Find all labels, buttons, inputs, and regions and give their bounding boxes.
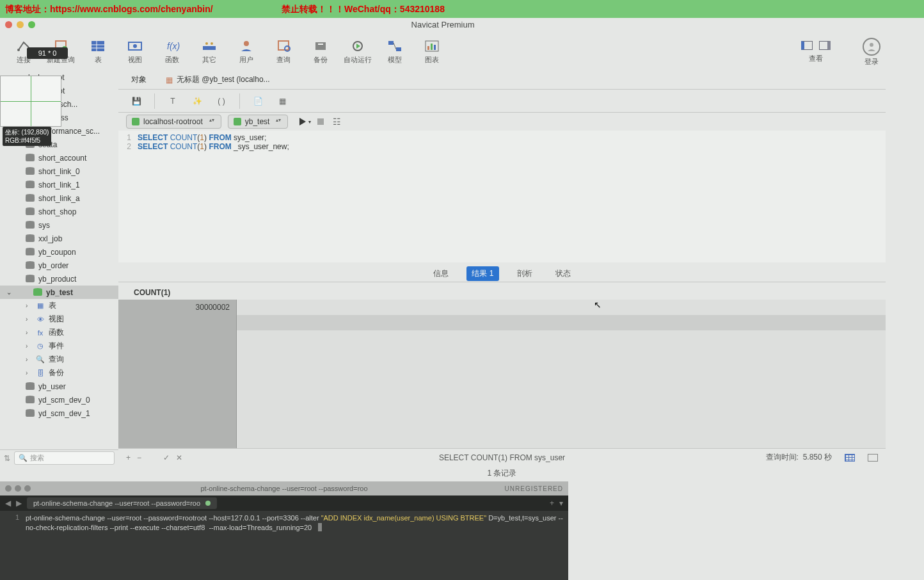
filter-icon[interactable]: ⇅ (4, 454, 10, 463)
sidebar-item-yd_scm_dev_1[interactable]: yd_scm_dev_1 (0, 407, 118, 420)
query-button[interactable]: 查询 (265, 36, 302, 68)
status-bar: + − ✓ ✕ SELECT COUNT(1) FROM sys_user 查询… (118, 448, 886, 466)
sidebar-item-yb_test[interactable]: ⌄yb_test (0, 286, 118, 299)
tab-next-icon[interactable]: ▶ (16, 499, 22, 508)
save-icon[interactable]: 💾 (130, 95, 143, 108)
svg-point-8 (133, 44, 137, 48)
sidebar-item-yb_order[interactable]: yb_order (0, 259, 118, 272)
sidebar-item-short_account[interactable]: short_account (0, 151, 118, 165)
term-max-icon[interactable] (24, 485, 31, 492)
sidebar-sub-表[interactable]: ›▦表 (0, 299, 118, 312)
modified-dot-icon (205, 501, 211, 506)
explain-plan-icon[interactable]: ☷ (330, 115, 343, 128)
model-button[interactable]: 模型 (376, 36, 413, 68)
window-title: Navicat Premium (0, 20, 886, 29)
left-panel-icon[interactable] (801, 41, 813, 50)
brackets-icon[interactable]: ( ) (215, 95, 228, 108)
tab-result[interactable]: 结果 1 (466, 266, 498, 281)
sidebar-item-xxl_job[interactable]: xxl_job (0, 232, 118, 245)
svg-line-22 (394, 43, 396, 49)
check-icon[interactable]: ✓ (163, 453, 170, 462)
cursor-icon: ↖ (594, 300, 601, 310)
avatar-icon (863, 38, 880, 56)
tab-status[interactable]: 状态 (550, 266, 576, 281)
tab-analyze[interactable]: 剖析 (512, 266, 538, 281)
remove-icon[interactable]: − (137, 453, 141, 462)
title-bar: Navicat Premium (0, 18, 886, 31)
tab-info[interactable]: 信息 (428, 266, 454, 281)
sidebar-sub-备份[interactable]: ›🗄备份 (0, 366, 118, 380)
tab-query[interactable]: ▦无标题 @yb_test (localho... (166, 74, 270, 85)
stop-button[interactable] (317, 118, 324, 125)
explain-icon[interactable]: 📄 (251, 95, 264, 108)
play-icon (299, 118, 306, 125)
records-count: 1 条记录 (118, 466, 886, 480)
svg-marker-19 (356, 44, 360, 49)
connection-select[interactable]: localhost-rootroot▴▾ (126, 115, 221, 129)
sidebar-sub-函数[interactable]: ›fx函数 (0, 326, 118, 339)
form-view-icon[interactable] (868, 454, 878, 462)
sidebar-sub-查询[interactable]: ›🔍查询 (0, 353, 118, 366)
sidebar-item-short_link_a[interactable]: short_link_a (0, 191, 118, 205)
sidebar-item-short_link_0[interactable]: short_link_0 (0, 165, 118, 178)
right-panel-icon[interactable] (819, 41, 831, 50)
folder-icon: ◷ (36, 342, 45, 350)
sql-editor[interactable]: 1SELECT COUNT(1) FROM sys_user; 2SELECT … (118, 131, 886, 262)
sidebar-item-short_link_1[interactable]: short_link_1 (0, 178, 118, 191)
database-select[interactable]: yb_test▴▾ (228, 115, 289, 129)
add-icon[interactable]: + (126, 453, 131, 462)
view-button[interactable]: 视图 (116, 36, 154, 68)
database-icon (26, 262, 35, 269)
svg-rect-3 (92, 41, 104, 51)
sidebar-sub-事件[interactable]: ›◷事件 (0, 339, 118, 353)
database-icon (33, 289, 42, 296)
terminal-tab[interactable]: pt-online-schema-change --user=root --pa… (27, 497, 217, 509)
autorun-button[interactable]: 自动运行 (339, 36, 376, 68)
view-toggle[interactable] (801, 41, 831, 50)
login-button[interactable]: 登录 (863, 38, 880, 67)
term-min-icon[interactable] (15, 485, 21, 492)
other-button[interactable]: 其它 (191, 36, 228, 68)
result-cell[interactable]: 30000002 (118, 300, 236, 315)
format-icon[interactable]: T (166, 95, 179, 108)
terminal-editor[interactable]: 1 pt-online-schema-change --user=root --… (0, 511, 568, 536)
result-column-header[interactable]: COUNT(1) (118, 285, 886, 300)
sidebar-item-sys[interactable]: sys (0, 218, 118, 232)
run-button[interactable]: ▾ (294, 118, 311, 125)
tab-menu-icon[interactable]: ▾ (559, 499, 563, 508)
sidebar-item-yb_coupon[interactable]: yb_coupon (0, 245, 118, 259)
backup-button[interactable]: 备份 (302, 36, 339, 68)
terminal-window: pt-online-schema-change --user=root --pa… (0, 481, 568, 580)
beautify-icon[interactable]: ✨ (191, 95, 203, 108)
tab-prev-icon[interactable]: ◀ (5, 499, 11, 508)
database-icon (26, 209, 35, 215)
grid-view-icon[interactable] (845, 454, 855, 462)
sidebar-item-short_shop[interactable]: short_shop (0, 205, 118, 218)
connection-row: localhost-rootroot▴▾ yb_test▴▾ ▾ ☷ (118, 113, 886, 131)
chart-button[interactable]: 图表 (413, 36, 450, 68)
tab-objects[interactable]: 对象 (131, 74, 147, 85)
svg-point-12 (211, 42, 213, 45)
dimension-badge: 91 * 0 (27, 47, 68, 59)
cancel-icon[interactable]: ✕ (176, 453, 182, 462)
unregistered-label: UNREGISTERED (505, 485, 563, 492)
svg-point-27 (870, 43, 873, 47)
sidebar-item-yb_product[interactable]: yb_product (0, 272, 118, 286)
search-input[interactable]: 🔍搜索 (14, 451, 115, 465)
result-grid[interactable]: 30000002 (118, 300, 886, 448)
database-icon (26, 168, 35, 175)
user-button[interactable]: 用户 (228, 36, 265, 68)
database-icon (26, 276, 35, 282)
export-icon[interactable]: ▦ (276, 95, 289, 108)
sidebar-sub-视图[interactable]: ›👁视图 (0, 312, 118, 326)
table-button[interactable]: 表 (79, 36, 116, 68)
new-tab-icon[interactable]: + (550, 499, 554, 508)
sidebar-item-yb_user[interactable]: yb_user (0, 380, 118, 393)
query-toolbar: 💾 T ✨ ( ) 📄 ▦ (118, 90, 886, 113)
sidebar-item-yd_scm_dev_0[interactable]: yd_scm_dev_0 (0, 393, 118, 407)
content-tabs: 对象 ▦无标题 @yb_test (localho... (118, 70, 886, 90)
result-tabs: 信息 结果 1 剖析 状态 (118, 266, 886, 282)
function-button[interactable]: f(x)函数 (154, 36, 191, 68)
folder-icon: ▦ (36, 302, 45, 310)
term-close-icon[interactable] (5, 485, 12, 492)
